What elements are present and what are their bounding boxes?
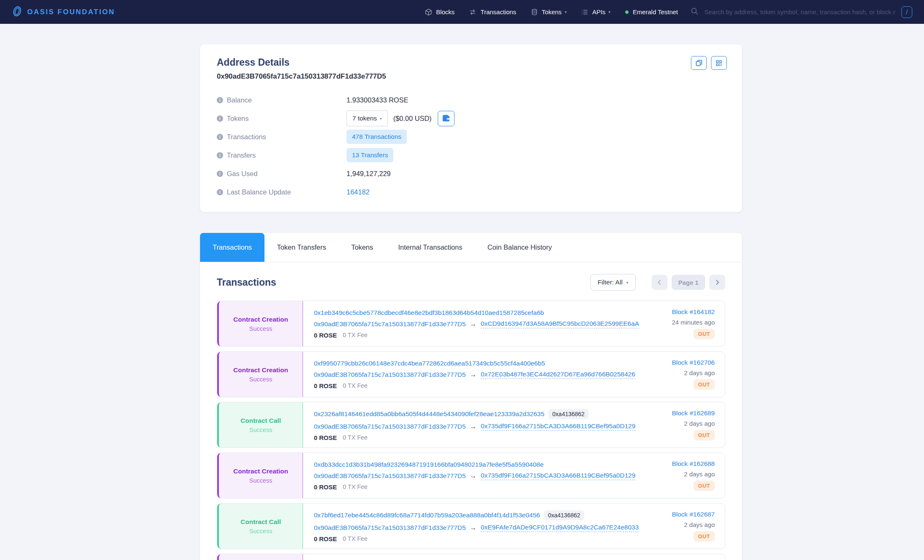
- transaction-status: Success: [249, 376, 272, 383]
- last-balance-update-link[interactable]: 164182: [346, 188, 370, 196]
- to-address-link[interactable]: 0x735df9F166a2715bCA3D3A66B119CBef95a0D1…: [481, 472, 635, 480]
- block-link[interactable]: Block #162688: [672, 460, 715, 468]
- transactions-panel-header: Transactions Filter: All ▾ Page 1: [217, 274, 725, 291]
- transaction-age: 2 days ago: [684, 369, 715, 376]
- info-icon: i: [217, 97, 223, 103]
- arrow-right-icon: →: [470, 371, 477, 378]
- from-address-link[interactable]: 0x90adE3B7065fa715c7a150313877dF1d33e777…: [314, 371, 466, 378]
- transaction-type-badge: Contract Creation Success: [217, 352, 303, 397]
- transaction-type: Contract Creation: [234, 366, 288, 374]
- transaction-type: Contract Call: [241, 417, 281, 424]
- copy-address-button[interactable]: [691, 56, 707, 70]
- transaction-main: 0x6006af079803513f41fb21c551d96423d6067b…: [303, 554, 639, 560]
- arrow-right-icon: →: [470, 423, 477, 430]
- transaction-fee: 0 TX Fee: [343, 535, 367, 542]
- balance-value: 1.933003433 ROSE: [346, 96, 408, 104]
- transaction-age: 24 minutes ago: [672, 319, 715, 326]
- transaction-hash-link[interactable]: 0x7bf6ed17ebe4454c86d89fc68a7714fd07b59a…: [314, 511, 540, 519]
- transactions-list: Contract Creation Success 0x1eb349c6c5cb…: [217, 301, 725, 560]
- transaction-value: 0 ROSE: [314, 382, 337, 389]
- transactions-label: Transactions: [227, 133, 266, 141]
- apis-icon: [581, 8, 588, 16]
- transaction-main: 0x7bf6ed17ebe4454c86d89fc68a7714fd07b59a…: [303, 504, 639, 549]
- transaction-age: 2 days ago: [684, 521, 715, 528]
- transaction-type: Contract Call: [241, 518, 281, 526]
- transaction-type-badge: Contract Call Success: [217, 402, 303, 447]
- tokens-usd-value: ($0.00 USD): [393, 115, 432, 123]
- to-address-link[interactable]: 0xCD9d163947d3A58A9Bf5C95bcD2063E2599EE6…: [481, 320, 639, 328]
- tokens-dropdown[interactable]: 7 tokens ▾: [346, 110, 388, 126]
- transactions-count-badge[interactable]: 478 Transactions: [346, 130, 407, 144]
- method-id-badge: 0xa4136862: [549, 409, 588, 419]
- filter-label: Filter: All: [598, 279, 622, 286]
- transaction-meta: Block #162686 2 days ago OUT: [639, 554, 725, 560]
- block-link[interactable]: Block #164182: [672, 308, 715, 316]
- address-hash: 0x90adE3B7065fa715c7a150313877dF1d33e777…: [217, 72, 725, 81]
- nav-item-emerald-testnet[interactable]: Emerald Testnet ▾: [625, 8, 678, 15]
- transaction-value: 0 ROSE: [314, 332, 337, 339]
- transaction-row: Contract Creation Success 0x6006af079803…: [217, 554, 725, 560]
- tab-tokens[interactable]: Tokens: [339, 233, 385, 262]
- arrow-right-icon: →: [470, 320, 477, 328]
- chevron-down-icon: ▾: [608, 10, 611, 14]
- tab-internal-transactions[interactable]: Internal Transactions: [386, 233, 475, 262]
- nav-item-tokens[interactable]: Tokens ▾: [531, 8, 567, 16]
- from-address-link[interactable]: 0x90adE3B7065fa715c7a150313877dF1d33e777…: [314, 423, 466, 430]
- tab-coin-balance-history[interactable]: Coin Balance History: [475, 233, 565, 262]
- transaction-hash-link[interactable]: 0x2326af8146461edd85a0bb6a505f4d4448e543…: [314, 410, 544, 418]
- direction-badge: OUT: [693, 379, 715, 390]
- tokens-coins-icon: [531, 8, 538, 16]
- block-link[interactable]: Block #162687: [672, 511, 715, 518]
- method-id-badge: 0xa4136862: [544, 510, 584, 520]
- detail-row-gas-used: i Gas Used 1,949,127,229: [217, 164, 725, 183]
- next-page-button[interactable]: [709, 275, 725, 290]
- brand-logo[interactable]: OASIS FOUNDATION: [12, 6, 115, 18]
- to-address-link[interactable]: 0x72E03b487fe3EC44d2627D67Ea96d766B02584…: [481, 371, 635, 379]
- wallet-button[interactable]: [438, 111, 454, 126]
- detail-row-tokens: i Tokens 7 tokens ▾ ($0.00 USD): [217, 109, 725, 128]
- chevron-down-icon: ▾: [565, 10, 567, 14]
- transaction-hash-link[interactable]: 0x1eb349c6c5cbe5778cdbecdf46e8e2bdf3b186…: [314, 309, 544, 317]
- qr-code-icon: [715, 59, 723, 67]
- arrow-right-icon: →: [470, 472, 477, 480]
- nav-item-blocks[interactable]: Blocks ▾: [425, 8, 454, 16]
- address-detail-rows: i Balance 1.933003433 ROSE i Tokens 7 to…: [217, 91, 725, 201]
- nav-item-transactions[interactable]: Transactions ▾: [469, 8, 516, 16]
- transaction-value: 0 ROSE: [314, 535, 337, 542]
- search-icon: [690, 7, 698, 17]
- transaction-main: 0xf9950779cbb26c06148e37cdc4bea772862cd6…: [303, 352, 639, 397]
- search-shortcut-key[interactable]: /: [901, 6, 912, 18]
- transaction-row: Contract Call Success 0x2326af8146461edd…: [217, 402, 725, 448]
- transaction-main: 0x1eb349c6c5cbe5778cdbecdf46e8e2bdf3b186…: [303, 301, 639, 346]
- tokens-dropdown-value: 7 tokens: [352, 115, 377, 122]
- block-link[interactable]: Block #162706: [672, 359, 715, 366]
- filter-dropdown[interactable]: Filter: All ▾: [590, 274, 635, 291]
- transfers-count-badge[interactable]: 13 Transfers: [346, 148, 393, 162]
- from-address-link[interactable]: 0x90adE3B7065fa715c7a150313877dF1d33e777…: [314, 524, 466, 532]
- last-balance-update-label: Last Balance Update: [227, 188, 291, 196]
- page-title: Address Details: [217, 57, 725, 68]
- from-address-link[interactable]: 0x90adE3B7065fa715c7a150313877dF1d33e777…: [314, 320, 466, 328]
- transfers-label: Transfers: [227, 151, 256, 159]
- nav-item-apis[interactable]: APIs ▾: [581, 8, 611, 16]
- transaction-fee: 0 TX Fee: [343, 483, 367, 490]
- block-link[interactable]: Block #162689: [672, 409, 715, 417]
- transaction-status: Success: [249, 325, 272, 332]
- transaction-type-badge: Contract Creation Success: [217, 554, 303, 560]
- wallet-icon: [442, 115, 450, 122]
- tab-transactions[interactable]: Transactions: [200, 233, 264, 262]
- from-address-link[interactable]: 0x90adE3B7065fa715c7a150313877dF1d33e777…: [314, 472, 466, 480]
- to-address-link[interactable]: 0x735df9F166a2715bCA3D3A66B119CBef95a0D1…: [481, 422, 635, 431]
- transaction-status: Success: [249, 528, 272, 534]
- transaction-hash-link[interactable]: 0xf9950779cbb26c06148e37cdc4bea772862cd6…: [314, 360, 545, 367]
- to-address-link[interactable]: 0xE9FAfe7dADe9CF0171d9A9D9A8c2Ca67E24e80…: [481, 524, 639, 532]
- balance-label: Balance: [227, 96, 252, 104]
- tab-token-transfers[interactable]: Token Transfers: [264, 233, 339, 262]
- previous-page-button[interactable]: [652, 275, 667, 290]
- search-input[interactable]: [703, 8, 896, 16]
- address-tabs-card: Transactions Token Transfers Tokens Inte…: [200, 233, 742, 560]
- transaction-age: 2 days ago: [684, 471, 715, 478]
- transaction-meta: Block #162689 2 days ago OUT: [639, 402, 725, 447]
- qr-code-button[interactable]: [711, 56, 727, 70]
- transaction-hash-link[interactable]: 0xdb33dcc1d3b31b498fa9232694871919166bfa…: [314, 461, 544, 468]
